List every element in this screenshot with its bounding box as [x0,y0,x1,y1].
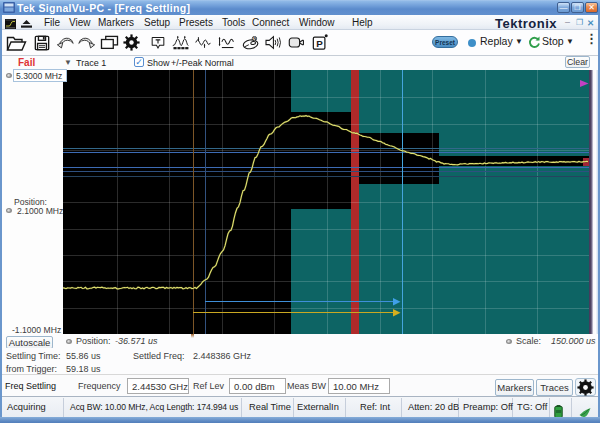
svg-text:N: N [253,36,256,41]
svg-text:P: P [316,38,323,49]
